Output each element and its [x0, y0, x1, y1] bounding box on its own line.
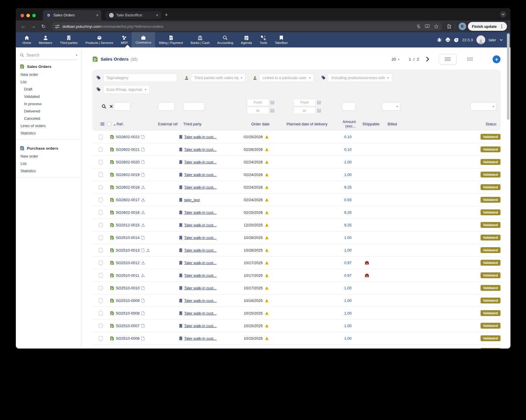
header-ref[interactable]: ▴Ref. — [114, 122, 158, 126]
tab-search-button[interactable] — [500, 11, 506, 18]
order-ref-link[interactable]: SO2512-0015 — [116, 223, 140, 227]
table-row[interactable]: SO2510-0010 Taler walk-in cust... 10/17/… — [92, 282, 500, 294]
sidebar-search[interactable]: ▾ — [20, 53, 77, 60]
row-checkbox[interactable] — [99, 235, 103, 240]
sidebar-item-validated[interactable]: Validated — [16, 93, 82, 100]
table-row[interactable]: SO2512-0015 Taler walk-in cust... 12/20/… — [92, 219, 500, 231]
order-ref-link[interactable]: SO2602-0020 — [116, 160, 140, 164]
third-party-link[interactable]: Taler walk-in cust... — [184, 336, 217, 341]
third-party-link[interactable]: taler_test — [184, 198, 200, 202]
row-checkbox[interactable] — [99, 147, 103, 152]
row-checkbox[interactable] — [99, 286, 103, 290]
row-checkbox[interactable] — [99, 324, 103, 328]
amount-value[interactable]: 1.00 — [328, 336, 356, 341]
row-checkbox[interactable] — [99, 298, 103, 303]
new-tab-button[interactable]: + — [165, 12, 168, 18]
close-icon[interactable]: × — [96, 13, 99, 18]
page-scrollbar[interactable] — [507, 33, 510, 120]
list-view-button[interactable] — [439, 54, 457, 64]
grid-view-button[interactable] — [467, 57, 473, 61]
install-icon[interactable] — [425, 24, 430, 28]
order-ref-link[interactable]: SO2510-0008 — [116, 311, 140, 315]
sidebar-item-po-statistics[interactable]: Statistics — [16, 167, 82, 175]
user-name[interactable]: taler — [489, 38, 496, 42]
document-icon[interactable] — [141, 337, 145, 340]
tag-category-input[interactable] — [103, 74, 177, 82]
table-row[interactable]: SO2510-0005 Taler walk-in cust... 10/09/… — [92, 345, 500, 349]
menu-talerbarr[interactable]: TalerBarr — [271, 32, 292, 47]
column-selector-icon[interactable] — [101, 122, 104, 126]
download-icon[interactable] — [146, 248, 150, 252]
planned-date-to-input[interactable]: to — [293, 107, 316, 114]
third-party-link[interactable]: Taler walk-in cust... — [184, 298, 217, 303]
table-row[interactable]: SO2602-0018 Taler walk-in cust... 02/24/… — [92, 181, 500, 194]
order-ref-link[interactable]: SO2510-0006 — [116, 336, 140, 341]
document-icon[interactable] — [141, 286, 145, 290]
third-party-link[interactable]: Taler walk-in cust... — [184, 147, 217, 152]
sidebar-item-po-new-order[interactable]: New order — [16, 153, 82, 160]
menu-banks-cash[interactable]: Banks | Cash — [187, 32, 213, 47]
row-checkbox[interactable] — [99, 210, 103, 215]
document-icon[interactable] — [141, 173, 145, 177]
sidebar-item-new-order[interactable]: New order — [16, 71, 82, 78]
tab-taler-backoffice[interactable]: Taler Backoffice: × — [106, 11, 161, 19]
order-ref-link[interactable]: SO2602-0019 — [116, 173, 140, 177]
browser-menu-icon[interactable]: ⋮ — [500, 24, 505, 29]
sidebar-item-draft[interactable]: Draft — [16, 86, 82, 93]
order-ref-link[interactable]: SO2602-0022 — [116, 135, 140, 139]
tab-sales-orders[interactable]: D Sales Orders × — [43, 10, 101, 21]
third-party-link[interactable]: Taler walk-in cust... — [184, 311, 217, 315]
back-button[interactable]: ← — [19, 22, 28, 30]
bug-icon[interactable] — [437, 37, 442, 42]
third-party-link[interactable]: Taler walk-in cust... — [184, 286, 217, 290]
calendar-icon[interactable] — [271, 109, 274, 112]
close-window-button[interactable] — [21, 14, 24, 17]
document-icon[interactable] — [141, 148, 145, 151]
sidebar-item-lines-of-orders[interactable]: Lines of orders — [16, 122, 82, 129]
table-row[interactable]: SO2510-0006 Taler walk-in cust... 10/15/… — [92, 332, 500, 345]
table-row[interactable]: SO2602-0021 Taler walk-in cust... 02/26/… — [92, 143, 500, 156]
amount-value[interactable]: 0.10 — [328, 135, 356, 139]
header-billed[interactable]: Billed — [382, 122, 403, 126]
table-row[interactable]: SO2510-0008 Taler walk-in cust... 10/15/… — [92, 307, 500, 320]
search-external-ref-input[interactable] — [158, 103, 174, 110]
profile-avatar[interactable]: B — [459, 23, 466, 30]
forward-button[interactable]: → — [29, 22, 38, 30]
linked-user-select[interactable]: Linked to a particular user ... ▾ — [259, 74, 314, 82]
menu-third-parties[interactable]: Third parties — [56, 32, 82, 47]
chevron-down-icon[interactable] — [500, 39, 503, 41]
user-avatar[interactable] — [476, 35, 485, 44]
amount-value[interactable]: 9.25 — [328, 223, 356, 227]
minimize-window-button[interactable] — [26, 14, 30, 17]
amount-value[interactable]: 1.00 — [328, 286, 356, 290]
row-checkbox[interactable] — [99, 223, 103, 227]
order-ref-link[interactable]: SO2602-0016 — [116, 210, 140, 215]
third-party-link[interactable]: Taler walk-in cust... — [184, 248, 217, 252]
menu-accounting[interactable]: Accounting — [213, 32, 237, 47]
table-row[interactable]: SO2510-0014 Taler walk-in cust... 10/28/… — [92, 231, 500, 244]
menu-agenda[interactable]: Agenda — [237, 32, 256, 47]
sidebar-item-delivered[interactable]: Delivered — [16, 107, 82, 115]
extensions-icon[interactable] — [446, 24, 451, 29]
order-ref-link[interactable]: SO2602-0021 — [116, 147, 140, 152]
amount-value[interactable]: 1.00 — [328, 235, 356, 240]
order-ref-link[interactable]: SO2510-0012 — [116, 261, 140, 265]
third-party-link[interactable]: Taler walk-in cust... — [184, 185, 217, 189]
search-caret-icon[interactable]: ▾ — [76, 53, 77, 57]
download-icon[interactable] — [141, 223, 145, 227]
header-amount[interactable]: Amount (exc... — [332, 119, 360, 128]
document-icon[interactable] — [141, 248, 145, 252]
download-icon[interactable] — [141, 261, 145, 264]
order-ref-link[interactable]: SO2510-0011 — [116, 273, 139, 278]
including-products-select[interactable]: Including products/services with... ▾ — [328, 74, 392, 82]
sidebar-item-in-process[interactable]: In process — [16, 100, 82, 107]
bookmark-star-icon[interactable] — [434, 24, 439, 29]
run-search-icon[interactable] — [102, 104, 106, 109]
menu-tools[interactable]: Tools — [256, 32, 271, 47]
close-icon[interactable]: × — [156, 13, 158, 18]
order-ref-link[interactable]: SO2602-0017 — [116, 198, 140, 202]
table-row[interactable]: SO2510-0011 Taler walk-in cust... 10/17/… — [92, 269, 500, 282]
sidebar-item-canceled[interactable]: Canceled — [16, 115, 82, 122]
amount-value[interactable]: 0.97 — [328, 273, 356, 278]
third-party-link[interactable]: Taler walk-in cust... — [184, 235, 217, 240]
